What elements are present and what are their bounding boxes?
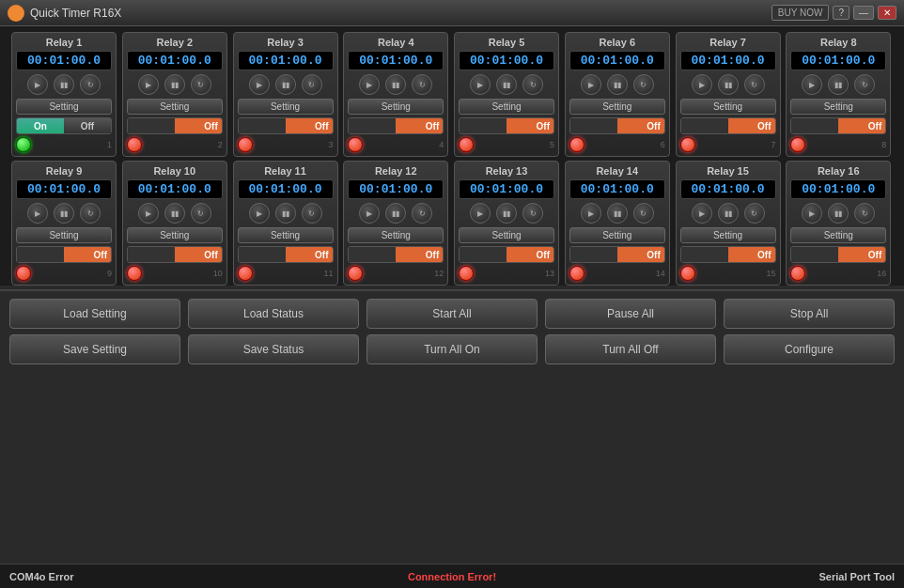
relay-timer-16[interactable]: 00:01:00.0	[790, 179, 886, 199]
relay-reset-1[interactable]: ↻	[80, 74, 101, 95]
relay-stop-3[interactable]: ▮▮	[275, 74, 296, 95]
relay-timer-9[interactable]: 00:01:00.0	[16, 179, 112, 199]
relay-reset-13[interactable]: ↻	[522, 203, 543, 224]
relay-timer-3[interactable]: 00:01:00.0	[238, 51, 334, 70]
relay-setting-12[interactable]: Setting	[348, 227, 444, 243]
relay-toggle-1[interactable]: On Off	[16, 117, 112, 134]
help-button[interactable]: ?	[833, 6, 849, 20]
relay-reset-16[interactable]: ↻	[854, 203, 875, 224]
relay-stop-8[interactable]: ▮▮	[828, 74, 849, 95]
relay-setting-4[interactable]: Setting	[348, 99, 444, 115]
action-btn-9[interactable]: Turn All Off	[545, 334, 716, 364]
relay-reset-15[interactable]: ↻	[744, 203, 765, 224]
relay-reset-10[interactable]: ↻	[191, 203, 211, 224]
relay-timer-5[interactable]: 00:01:00.0	[459, 51, 554, 70]
relay-toggle-14[interactable]: Off	[569, 246, 665, 263]
relay-setting-5[interactable]: Setting	[459, 99, 554, 115]
action-btn-8[interactable]: Turn All On	[366, 334, 538, 364]
relay-setting-1[interactable]: Setting	[16, 99, 112, 115]
action-btn-2[interactable]: Load Status	[188, 299, 359, 329]
relay-toggle-7[interactable]: Off	[680, 117, 776, 134]
relay-timer-14[interactable]: 00:01:00.0	[569, 179, 665, 199]
relay-stop-2[interactable]: ▮▮	[164, 74, 185, 95]
relay-play-3[interactable]: ▶	[249, 74, 270, 95]
relay-toggle-10[interactable]: Off	[127, 246, 223, 263]
relay-toggle-12[interactable]: Off	[348, 246, 444, 263]
relay-play-8[interactable]: ▶	[802, 74, 822, 95]
relay-timer-11[interactable]: 00:01:00.0	[238, 179, 334, 199]
relay-toggle-16[interactable]: Off	[790, 246, 886, 263]
relay-toggle-4[interactable]: Off	[348, 117, 444, 134]
relay-timer-4[interactable]: 00:01:00.0	[348, 51, 444, 70]
minimize-button[interactable]: —	[853, 6, 874, 20]
relay-setting-10[interactable]: Setting	[127, 227, 223, 243]
relay-toggle-8[interactable]: Off	[790, 117, 886, 134]
relay-timer-13[interactable]: 00:01:00.0	[459, 179, 554, 199]
relay-reset-3[interactable]: ↻	[302, 74, 322, 95]
relay-play-9[interactable]: ▶	[27, 203, 48, 224]
relay-stop-11[interactable]: ▮▮	[275, 203, 296, 224]
relay-play-7[interactable]: ▶	[692, 74, 712, 95]
relay-stop-6[interactable]: ▮▮	[607, 74, 628, 95]
action-btn-6[interactable]: Save Setting	[9, 334, 180, 364]
relay-setting-15[interactable]: Setting	[680, 227, 776, 243]
relay-stop-13[interactable]: ▮▮	[496, 203, 517, 224]
relay-setting-3[interactable]: Setting	[238, 99, 334, 115]
relay-stop-12[interactable]: ▮▮	[385, 203, 406, 224]
relay-stop-15[interactable]: ▮▮	[718, 203, 739, 224]
relay-reset-6[interactable]: ↻	[633, 74, 654, 95]
relay-timer-7[interactable]: 00:01:00.0	[680, 51, 776, 70]
relay-setting-2[interactable]: Setting	[127, 99, 223, 115]
relay-toggle-11[interactable]: Off	[238, 246, 334, 263]
relay-setting-8[interactable]: Setting	[790, 99, 886, 115]
relay-toggle-15[interactable]: Off	[680, 246, 776, 263]
relay-reset-14[interactable]: ↻	[633, 203, 654, 224]
relay-timer-6[interactable]: 00:01:00.0	[569, 51, 665, 70]
relay-timer-10[interactable]: 00:01:00.0	[127, 179, 223, 199]
relay-reset-11[interactable]: ↻	[302, 203, 322, 224]
relay-reset-12[interactable]: ↻	[412, 203, 432, 224]
relay-play-1[interactable]: ▶	[27, 74, 48, 95]
relay-setting-7[interactable]: Setting	[680, 99, 776, 115]
relay-setting-6[interactable]: Setting	[569, 99, 665, 115]
relay-play-5[interactable]: ▶	[470, 74, 491, 95]
relay-play-16[interactable]: ▶	[802, 203, 822, 224]
relay-play-11[interactable]: ▶	[249, 203, 270, 224]
action-btn-1[interactable]: Load Setting	[9, 299, 180, 329]
relay-play-15[interactable]: ▶	[692, 203, 712, 224]
relay-setting-14[interactable]: Setting	[569, 227, 665, 243]
relay-toggle-13[interactable]: Off	[459, 246, 554, 263]
relay-setting-13[interactable]: Setting	[459, 227, 554, 243]
relay-play-14[interactable]: ▶	[581, 203, 601, 224]
relay-toggle-5[interactable]: Off	[459, 117, 554, 134]
relay-stop-7[interactable]: ▮▮	[718, 74, 739, 95]
relay-play-4[interactable]: ▶	[359, 74, 380, 95]
action-btn-7[interactable]: Save Status	[188, 334, 359, 364]
relay-stop-5[interactable]: ▮▮	[496, 74, 517, 95]
relay-reset-8[interactable]: ↻	[854, 74, 875, 95]
relay-play-12[interactable]: ▶	[359, 203, 380, 224]
relay-reset-5[interactable]: ↻	[522, 74, 543, 95]
relay-timer-8[interactable]: 00:01:00.0	[790, 51, 886, 70]
relay-toggle-6[interactable]: Off	[569, 117, 665, 134]
relay-play-2[interactable]: ▶	[138, 74, 159, 95]
action-btn-3[interactable]: Start All	[366, 299, 538, 329]
relay-reset-7[interactable]: ↻	[744, 74, 765, 95]
action-btn-5[interactable]: Stop All	[724, 299, 895, 329]
relay-stop-4[interactable]: ▮▮	[385, 74, 406, 95]
relay-toggle-3[interactable]: Off	[238, 117, 334, 134]
relay-reset-9[interactable]: ↻	[80, 203, 101, 224]
action-btn-4[interactable]: Pause All	[545, 299, 716, 329]
relay-reset-2[interactable]: ↻	[191, 74, 211, 95]
relay-toggle-9[interactable]: Off	[16, 246, 112, 263]
relay-toggle-2[interactable]: Off	[127, 117, 223, 134]
close-button[interactable]: ✕	[878, 6, 896, 20]
relay-timer-2[interactable]: 00:01:00.0	[127, 51, 223, 70]
relay-play-10[interactable]: ▶	[138, 203, 159, 224]
relay-setting-11[interactable]: Setting	[238, 227, 334, 243]
relay-stop-1[interactable]: ▮▮	[54, 74, 74, 95]
relay-stop-9[interactable]: ▮▮	[54, 203, 74, 224]
relay-timer-1[interactable]: 00:01:00.0	[16, 51, 112, 70]
relay-setting-16[interactable]: Setting	[790, 227, 886, 243]
relay-play-6[interactable]: ▶	[581, 74, 601, 95]
